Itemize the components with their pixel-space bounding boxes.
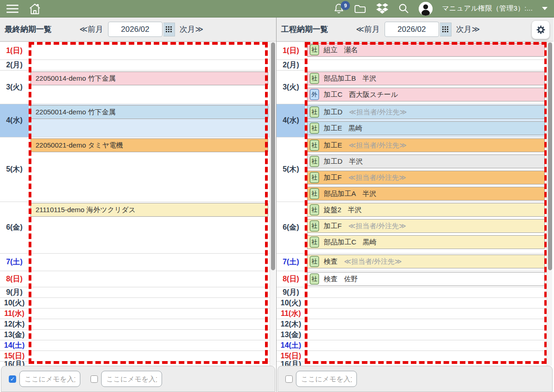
day-label: 3(火) xyxy=(0,71,29,104)
user-permission-label[interactable]: マニュアル権限（管理3）:... xyxy=(442,4,533,13)
search-icon[interactable] xyxy=(398,3,409,14)
memo-input[interactable] xyxy=(101,371,162,387)
delivery-entry[interactable]: 22050014-demo 竹下金属 xyxy=(30,105,268,119)
delivery-entry[interactable]: 22050021-demo タミヤ電機 xyxy=(30,138,268,152)
person-name: 半沢 xyxy=(348,206,361,214)
process-entry[interactable]: 社部品加工C黒崎 xyxy=(307,235,545,249)
day-content[interactable]: 22050021-demo タミヤ電機 xyxy=(29,137,270,202)
day-content[interactable] xyxy=(29,309,270,319)
day-content[interactable] xyxy=(29,254,270,271)
memo-checkbox[interactable] xyxy=(90,375,98,383)
day-content[interactable]: 社検査≪担当者/外注先≫ xyxy=(305,254,546,271)
day-content[interactable] xyxy=(305,60,546,70)
user-avatar[interactable] xyxy=(419,2,433,16)
process-entry[interactable]: 社加工F≪担当者/外注先≫ xyxy=(307,219,545,233)
settings-gear-button[interactable] xyxy=(531,20,550,39)
month-input[interactable] xyxy=(108,22,163,37)
process-entry[interactable]: 外加工C西大阪スチール xyxy=(307,88,545,101)
calendar-row: 16(月) xyxy=(0,362,270,366)
day-content[interactable] xyxy=(29,351,270,361)
day-content[interactable] xyxy=(29,298,270,308)
day-content[interactable] xyxy=(29,287,270,297)
calendar-row: 6(金)21110115-demo 海外ツクリダス xyxy=(0,202,270,254)
process-entry[interactable]: 社加工F≪担当者/外注先≫ xyxy=(307,171,545,184)
process-entry[interactable]: 社検査佐野 xyxy=(307,272,545,286)
process-entry[interactable]: 社部品加工A半沢 xyxy=(307,187,545,201)
day-label: 13(金) xyxy=(277,330,305,340)
process-entry[interactable]: 社加工D≪担当者/外注先≫ xyxy=(307,105,545,119)
day-content[interactable]: 社加工E≪担当者/外注先≫社加工D半沢社加工F≪担当者/外注先≫社部品加工A半沢 xyxy=(305,137,546,202)
day-content[interactable] xyxy=(305,319,546,329)
process-entry[interactable]: 社組立瀬名 xyxy=(307,43,545,57)
day-content[interactable] xyxy=(29,330,270,340)
calendar-picker-icon[interactable] xyxy=(163,23,175,36)
prev-month-button[interactable]: ≪前月 xyxy=(79,24,103,35)
user-menu-chevron-icon[interactable] xyxy=(542,7,548,10)
day-label: 16(月) xyxy=(0,362,29,366)
day-label: 6(金) xyxy=(277,202,305,253)
process-name: 加工D xyxy=(324,157,343,166)
day-content[interactable]: 社組立瀬名 xyxy=(305,42,546,59)
day-content[interactable]: 社加工D≪担当者/外注先≫社加工E黒崎 xyxy=(305,104,546,137)
scrollbar-thumb[interactable] xyxy=(548,42,552,270)
delivery-entry[interactable]: 22050014-demo 竹下金属 xyxy=(30,71,268,85)
process-entry[interactable]: 社加工D半沢 xyxy=(307,154,545,168)
day-content[interactable] xyxy=(29,362,270,366)
day-content[interactable]: 社旋盤2半沢社加工F≪担当者/外注先≫社部品加工C黒崎 xyxy=(305,202,546,253)
delivery-entry[interactable]: 21110115-demo 海外ツクリダス xyxy=(30,203,268,217)
day-content[interactable] xyxy=(305,309,546,319)
calendar-picker-icon[interactable] xyxy=(440,23,452,36)
calendar-row: 5(木)22050021-demo タミヤ電機 xyxy=(0,137,270,202)
process-name: 加工F xyxy=(324,222,342,231)
person-name: 半沢 xyxy=(362,74,376,83)
day-content[interactable]: 22050014-demo 竹下金属 xyxy=(29,104,270,137)
process-entry[interactable]: 社加工E黒崎 xyxy=(307,121,545,135)
month-input[interactable] xyxy=(385,22,439,37)
day-label: 13(金) xyxy=(0,330,29,340)
notification-bell-icon[interactable]: 9 xyxy=(333,3,344,14)
memo-input[interactable] xyxy=(296,371,357,387)
day-label: 3(火) xyxy=(277,71,305,104)
day-content[interactable] xyxy=(29,319,270,329)
process-entry[interactable]: 社加工E≪担当者/外注先≫ xyxy=(307,138,545,152)
calendar-row: 14(土) xyxy=(277,340,546,351)
next-month-button[interactable]: 次月≫ xyxy=(180,24,204,35)
person-name: 佐野 xyxy=(344,275,358,284)
final-delivery-calendar: 1(日)2(月)3(火)22050014-demo 竹下金属4(水)220500… xyxy=(0,42,276,366)
next-month-button[interactable]: 次月≫ xyxy=(456,24,480,35)
process-name: 加工E xyxy=(324,124,342,133)
internal-badge: 社 xyxy=(310,204,319,215)
day-content[interactable]: 21110115-demo 海外ツクリダス xyxy=(29,202,270,253)
memo-checkbox[interactable]: ✓ xyxy=(9,375,16,383)
person-name: 黒崎 xyxy=(349,124,362,133)
memo-input[interactable] xyxy=(19,371,80,387)
calendar-row: 11(水) xyxy=(277,309,546,319)
process-entry[interactable]: 社検査≪担当者/外注先≫ xyxy=(307,255,545,268)
day-content[interactable] xyxy=(305,362,546,366)
process-entry[interactable]: 社部品加工B半沢 xyxy=(307,71,545,85)
scrollbar-thumb[interactable] xyxy=(271,42,275,270)
day-content[interactable]: 22050014-demo 竹下金属 xyxy=(29,71,270,104)
process-entry[interactable]: 社旋盤2半沢 xyxy=(307,203,545,217)
dropbox-icon[interactable] xyxy=(376,3,389,14)
day-content[interactable] xyxy=(29,340,270,350)
day-content[interactable] xyxy=(29,42,270,59)
day-content[interactable] xyxy=(305,340,546,350)
day-content[interactable] xyxy=(305,351,546,361)
day-label: 12(木) xyxy=(0,319,29,329)
calendar-row: 6(金)社旋盤2半沢社加工F≪担当者/外注先≫社部品加工C黒崎 xyxy=(277,202,546,254)
day-content[interactable] xyxy=(305,298,546,308)
order-text: 22050014-demo 竹下金属 xyxy=(31,74,115,83)
home-icon[interactable] xyxy=(29,3,41,15)
day-content[interactable]: 社部品加工B半沢外加工C西大阪スチール xyxy=(305,71,546,104)
day-content[interactable] xyxy=(29,60,270,70)
scrollbar xyxy=(270,42,275,366)
folder-icon[interactable] xyxy=(354,3,367,14)
memo-checkbox[interactable] xyxy=(285,375,293,383)
day-content[interactable] xyxy=(29,271,270,287)
hamburger-menu-icon[interactable] xyxy=(6,4,18,13)
prev-month-button[interactable]: ≪前月 xyxy=(356,24,380,35)
day-content[interactable]: 社検査佐野 xyxy=(305,271,546,287)
day-content[interactable] xyxy=(305,287,546,297)
day-content[interactable] xyxy=(305,330,546,340)
